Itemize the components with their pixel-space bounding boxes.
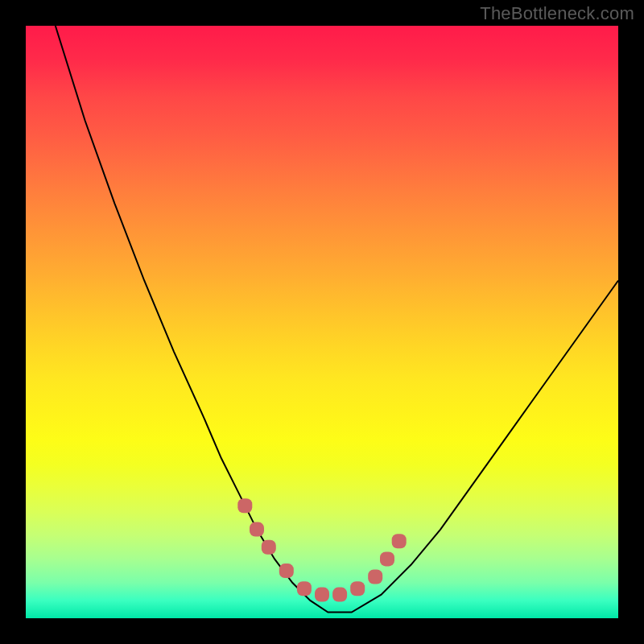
highlight-mark <box>380 551 394 566</box>
highlight-mark <box>237 498 252 513</box>
highlight-mark <box>332 588 347 602</box>
highlight-mark <box>315 588 329 602</box>
highlight-mark <box>350 581 365 596</box>
chart-container: TheBottleneck.com <box>0 0 644 644</box>
highlight-mark <box>368 570 382 584</box>
plot-area <box>26 26 618 618</box>
highlight-mark <box>279 564 294 578</box>
highlight-mark <box>297 581 312 596</box>
highlight-mark <box>392 534 407 548</box>
highlight-marks <box>237 498 406 601</box>
highlight-mark <box>262 540 276 555</box>
curve-svg <box>26 26 618 618</box>
watermark-text: TheBottleneck.com <box>480 3 634 24</box>
bottleneck-curve <box>56 26 618 613</box>
highlight-mark <box>250 522 264 537</box>
